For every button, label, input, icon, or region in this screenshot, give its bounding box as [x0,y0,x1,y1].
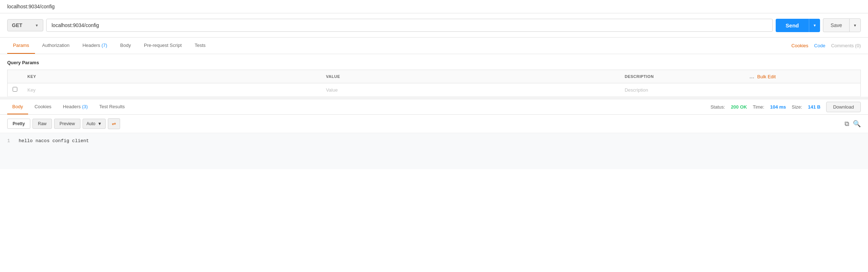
code-link[interactable]: Code [814,43,825,48]
body-toolbar: Pretty Raw Preview Auto ▼ ⇌ ⧉ 🔍 [0,115,868,133]
resp-tab-headers[interactable]: Headers (3) [58,100,93,114]
description-col-header: DESCRIPTION [620,70,744,83]
query-params-title: Query Params [7,60,861,65]
resp-tab-test-results[interactable]: Test Results [94,100,130,114]
cookies-link[interactable]: Cookies [792,43,808,48]
resp-tab-body[interactable]: Body [7,100,28,114]
request-tab-right-links: Cookies Code Comments (0) [792,43,861,48]
send-dropdown-button[interactable]: ▼ [809,19,820,32]
wrap-button[interactable]: ⇌ [108,118,120,129]
row-checkbox-cell [8,83,23,97]
pretty-button[interactable]: Pretty [7,119,30,129]
save-button[interactable]: Save [823,18,849,32]
tab-authorization[interactable]: Authorization [36,38,75,54]
copy-icon[interactable]: ⧉ [845,120,849,128]
time-value: 104 ms [770,104,786,110]
send-button[interactable]: Send [776,19,809,32]
actions-col-header: ... Bulk Edit [745,70,861,83]
status-label: Status: [710,104,725,110]
preview-button[interactable]: Preview [54,119,80,129]
title-bar: localhost:9034/config [0,0,868,13]
request-tabs: Params Authorization Headers (7) Body Pr… [0,38,868,54]
size-label: Size: [792,104,802,110]
tab-params[interactable]: Params [7,38,35,54]
method-label: GET [12,22,22,28]
page-title: localhost:9034/config [7,4,55,9]
download-button[interactable]: Download [826,102,861,112]
search-icon[interactable]: 🔍 [853,120,861,128]
status-value: 200 OK [731,104,747,110]
key-col-header: KEY [22,70,321,83]
chevron-down-icon: ▼ [35,23,39,27]
chevron-down-icon: ▼ [853,23,857,27]
row-actions-cell [745,83,861,97]
row-key-cell: Key [22,83,321,97]
method-select[interactable]: GET ▼ [7,19,43,31]
raw-button[interactable]: Raw [32,119,52,129]
row-description-cell: Description [620,83,744,97]
chevron-down-icon: ▼ [97,121,102,126]
resp-tab-cookies[interactable]: Cookies [30,100,57,114]
url-bar-section: GET ▼ Send ▼ Save ▼ [0,13,868,38]
more-icon[interactable]: ... [750,74,754,79]
tab-pre-request[interactable]: Pre-request Script [138,38,188,54]
send-btn-group: Send ▼ [776,19,820,32]
response-code: hello nacos config client [19,138,89,144]
table-header-row: KEY VALUE DESCRIPTION ... Bulk Edit [8,70,861,83]
tab-body[interactable]: Body [114,38,137,54]
url-input[interactable] [46,19,773,32]
params-section: Query Params KEY VALUE DESCRIPTION ... B… [0,54,868,97]
resp-status-row: Status: 200 OK Time: 104 ms Size: 141 B … [710,102,861,112]
wrap-icon: ⇌ [112,121,116,127]
line-number: 1 [7,138,10,144]
response-section: Body Cookies Headers (3) Test Results St… [0,100,868,272]
row-value-cell: Value [321,83,620,97]
description-placeholder: Description [625,87,648,93]
size-value: 141 B [808,104,820,110]
save-dropdown-button[interactable]: ▼ [849,18,861,32]
bulk-edit-button[interactable]: Bulk Edit [757,74,776,79]
app-container: localhost:9034/config GET ▼ Send ▼ Save … [0,0,868,272]
body-toolbar-right: ⧉ 🔍 [845,120,861,128]
params-table: KEY VALUE DESCRIPTION ... Bulk Edit [7,70,861,97]
comments-link[interactable]: Comments (0) [831,43,861,48]
save-btn-group: Save ▼ [823,18,861,32]
response-tabs-row: Body Cookies Headers (3) Test Results St… [0,100,868,115]
time-label: Time: [753,104,764,110]
key-placeholder: Key [27,87,35,93]
auto-select[interactable]: Auto ▼ [83,119,106,129]
checkbox-col-header [8,70,23,83]
row-checkbox[interactable] [13,87,17,92]
code-content: 1 hello nacos config client [0,133,868,169]
value-placeholder: Value [326,87,338,93]
chevron-down-icon: ▼ [813,23,816,27]
value-col-header: VALUE [321,70,620,83]
tab-tests[interactable]: Tests [189,38,211,54]
tab-headers[interactable]: Headers (7) [77,38,113,54]
table-row: Key Value Description [8,83,861,97]
